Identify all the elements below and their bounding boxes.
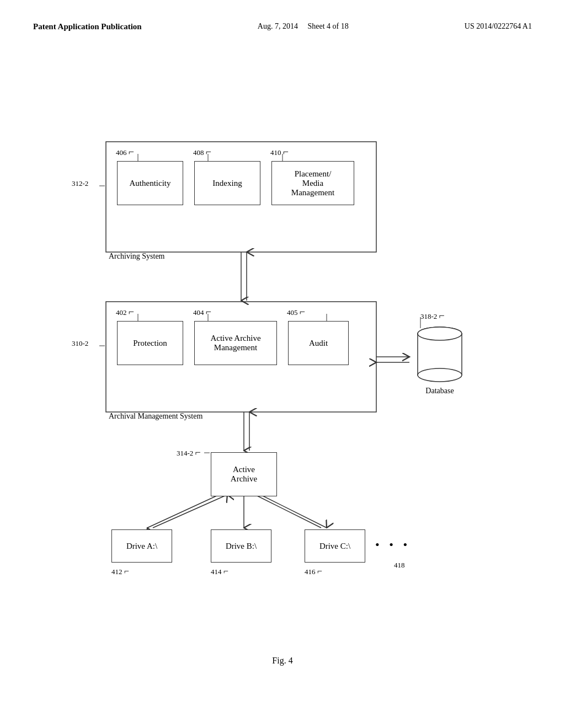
diagram: Archiving System 312-2 Archival Manageme… <box>56 65 509 671</box>
header-sheet: Sheet 4 of 18 <box>307 22 348 30</box>
ref-408: 408 ⌐ <box>193 146 211 158</box>
drive-c-label: Drive C:\ <box>319 542 350 551</box>
header-date: Aug. 7, 2014 <box>258 22 298 30</box>
drive-b-box: Drive B:\ <box>211 529 271 563</box>
svg-line-10 <box>147 495 219 528</box>
drive-a-box: Drive A:\ <box>111 529 172 563</box>
database-svg <box>415 324 465 384</box>
authenticity-box: Authenticity <box>117 161 183 205</box>
protection-box: Protection <box>117 321 183 365</box>
ref-318-2: 318-2 ⌐ <box>420 310 445 322</box>
ref-406: 406 ⌐ <box>116 146 134 158</box>
indexing-label: Indexing <box>212 179 242 188</box>
dots: • • • <box>375 538 411 552</box>
ref-402: 402 ⌐ <box>116 306 134 318</box>
ref-312-2: 312-2 <box>72 179 88 188</box>
header-date-sheet: Aug. 7, 2014 Sheet 4 of 18 <box>258 22 349 31</box>
svg-point-29 <box>418 368 462 382</box>
svg-line-12 <box>153 495 227 528</box>
archival-mgmt-label: Archival Management System <box>109 412 202 421</box>
ref-310-2: 310-2 <box>72 339 88 348</box>
active-archive-mgmt-box: Active ArchiveManagement <box>194 321 277 365</box>
ref-410: 410 ⌐ <box>270 146 289 158</box>
header-title: Patent Application Publication <box>33 22 142 31</box>
active-archive-box: ActiveArchive <box>211 452 277 496</box>
database-label: Database <box>425 387 454 395</box>
audit-box: Audit <box>288 321 349 365</box>
page-header: Patent Application Publication Aug. 7, 2… <box>33 22 532 31</box>
fig-label: Fig. 4 <box>56 656 509 666</box>
protection-label: Protection <box>133 339 167 348</box>
drive-c-box: Drive C:\ <box>305 529 365 563</box>
ref-314-2: 314-2 ⌐ <box>177 447 201 458</box>
database-cylinder: Database <box>415 324 465 395</box>
svg-point-30 <box>418 327 462 340</box>
placement-media-box: Placement/MediaManagement <box>271 161 354 205</box>
drive-b-label: Drive B:\ <box>226 542 257 551</box>
drive-a-label: Drive A:\ <box>126 542 157 551</box>
ref-414: 414 ⌐ <box>211 566 228 576</box>
placement-media-label: Placement/MediaManagement <box>291 169 334 197</box>
header-patent-num: US 2014/0222764 A1 <box>465 22 532 31</box>
ref-405: 405 ⌐ <box>287 306 305 318</box>
svg-line-13 <box>260 495 327 528</box>
ref-416: 416 ⌐ <box>305 566 322 576</box>
svg-line-14 <box>255 495 321 528</box>
authenticity-label: Authenticity <box>130 179 171 188</box>
archiving-system-label: Archiving System <box>109 252 165 261</box>
audit-label: Audit <box>309 339 328 348</box>
ref-412: 412 ⌐ <box>111 566 129 576</box>
active-archive-label: ActiveArchive <box>231 465 257 484</box>
active-archive-mgmt-label: Active ArchiveManagement <box>210 334 260 352</box>
ref-404: 404 ⌐ <box>193 306 211 318</box>
indexing-box: Indexing <box>194 161 260 205</box>
ref-418: 418 <box>394 561 405 570</box>
